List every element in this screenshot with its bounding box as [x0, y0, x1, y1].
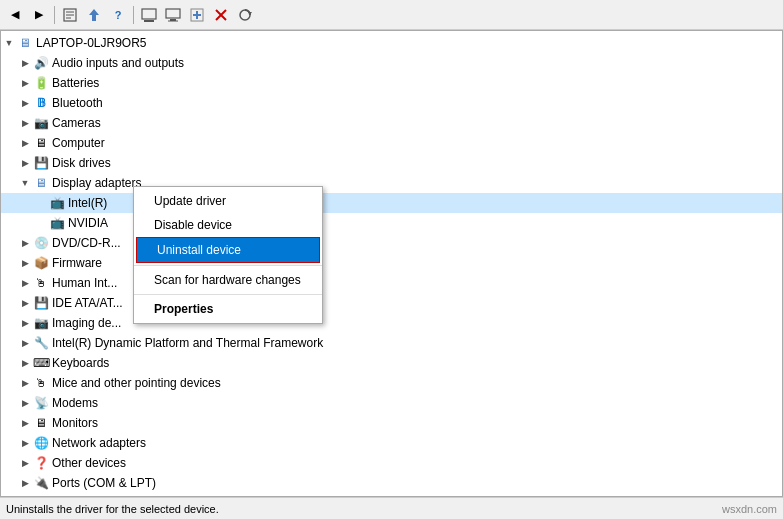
status-message: Uninstalls the driver for the selected d…	[6, 503, 219, 515]
tree-label-nvidia: NVIDIA	[68, 216, 108, 230]
scan-button[interactable]	[234, 4, 256, 26]
menu-separator-1	[134, 265, 322, 266]
expand-bluetooth[interactable]: ▶	[17, 95, 33, 111]
tree-item-root[interactable]: ▼ 🖥 LAPTOP-0LJR9OR5	[1, 33, 782, 53]
back-button[interactable]: ◀	[4, 4, 26, 26]
tree-item-other[interactable]: ▶ ❓ Other devices	[1, 453, 782, 473]
tree-label-cameras: Cameras	[52, 116, 101, 130]
tree-item-disk[interactable]: ▶ 💾 Disk drives	[1, 153, 782, 173]
expand-computer[interactable]: ▶	[17, 135, 33, 151]
update-driver-icon	[86, 7, 102, 23]
expand-ports[interactable]: ▶	[17, 475, 33, 491]
add-driver-button[interactable]	[186, 4, 208, 26]
menu-properties[interactable]: Properties	[134, 297, 322, 321]
expand-keyboards[interactable]: ▶	[17, 355, 33, 371]
tree-item-print[interactable]: ▶ 🖨 Print queues	[1, 493, 782, 496]
expand-audio[interactable]: ▶	[17, 55, 33, 71]
computer-device-icon: 🖥	[33, 135, 49, 151]
update-driver-button[interactable]	[83, 4, 105, 26]
expand-modems[interactable]: ▶	[17, 395, 33, 411]
watermark: wsxdn.com	[722, 503, 777, 515]
tree-item-modems[interactable]: ▶ 📡 Modems	[1, 393, 782, 413]
tree-item-network[interactable]: ▶ 🌐 Network adapters	[1, 433, 782, 453]
tree-item-ports[interactable]: ▶ 🔌 Ports (COM & LPT)	[1, 473, 782, 493]
tree-label-human: Human Int...	[52, 276, 117, 290]
intel-platform-icon: 🔧	[33, 335, 49, 351]
tree-label-batteries: Batteries	[52, 76, 99, 90]
tree-label-modems: Modems	[52, 396, 98, 410]
tree-item-intel[interactable]: ▶ 📺 Intel(R)	[1, 193, 782, 213]
main-panel: ▼ 🖥 LAPTOP-0LJR9OR5 ▶ 🔊 Audio inputs and…	[0, 30, 783, 497]
computer-icon: 🖥	[17, 35, 33, 51]
view-button[interactable]	[138, 4, 160, 26]
help-button[interactable]: ?	[107, 4, 129, 26]
expand-root[interactable]: ▼	[1, 35, 17, 51]
context-menu: Update driver Disable device Uninstall d…	[133, 186, 323, 324]
print-icon: 🖨	[33, 495, 49, 496]
forward-button[interactable]: ▶	[28, 4, 50, 26]
toolbar: ◀ ▶ ?	[0, 0, 783, 30]
tree-label-intel: Intel(R)	[68, 196, 107, 210]
tree-item-mice[interactable]: ▶ 🖱 Mice and other pointing devices	[1, 373, 782, 393]
imaging-icon: 📷	[33, 315, 49, 331]
menu-scan-hardware[interactable]: Scan for hardware changes	[134, 268, 322, 292]
expand-human[interactable]: ▶	[17, 275, 33, 291]
tree-item-nvidia[interactable]: ▶ 📺 NVIDIA	[1, 213, 782, 233]
expand-intel-platform[interactable]: ▶	[17, 335, 33, 351]
mice-icon: 🖱	[33, 375, 49, 391]
menu-update-driver[interactable]: Update driver	[134, 189, 322, 213]
tree-label-firmware: Firmware	[52, 256, 102, 270]
tree-item-batteries[interactable]: ▶ 🔋 Batteries	[1, 73, 782, 93]
nvidia-icon: 📺	[49, 215, 65, 231]
device-tree[interactable]: ▼ 🖥 LAPTOP-0LJR9OR5 ▶ 🔊 Audio inputs and…	[1, 31, 782, 496]
tree-item-cameras[interactable]: ▶ 📷 Cameras	[1, 113, 782, 133]
tree-label-imaging: Imaging de...	[52, 316, 121, 330]
expand-cameras[interactable]: ▶	[17, 115, 33, 131]
menu-disable-device[interactable]: Disable device	[134, 213, 322, 237]
svg-marker-4	[89, 9, 99, 21]
bluetooth-icon: 𝔹	[33, 95, 49, 111]
tree-item-imaging[interactable]: ▶ 📷 Imaging de...	[1, 313, 782, 333]
tree-label-disk: Disk drives	[52, 156, 111, 170]
toolbar-separator-2	[133, 6, 134, 24]
expand-mice[interactable]: ▶	[17, 375, 33, 391]
tree-item-intel-platform[interactable]: ▶ 🔧 Intel(R) Dynamic Platform and Therma…	[1, 333, 782, 353]
expand-network[interactable]: ▶	[17, 435, 33, 451]
computer-button[interactable]	[162, 4, 184, 26]
human-icon: 🖱	[33, 275, 49, 291]
expand-batteries[interactable]: ▶	[17, 75, 33, 91]
tree-item-bluetooth[interactable]: ▶ 𝔹 Bluetooth	[1, 93, 782, 113]
expand-ide[interactable]: ▶	[17, 295, 33, 311]
tree-item-computer[interactable]: ▶ 🖥 Computer	[1, 133, 782, 153]
ide-icon: 💾	[33, 295, 49, 311]
svg-rect-6	[144, 20, 154, 22]
expand-display[interactable]: ▼	[17, 175, 33, 191]
tree-item-firmware[interactable]: ▶ 📦 Firmware	[1, 253, 782, 273]
svg-marker-16	[248, 12, 252, 15]
properties-button[interactable]	[59, 4, 81, 26]
remove-icon	[213, 7, 229, 23]
tree-item-audio[interactable]: ▶ 🔊 Audio inputs and outputs	[1, 53, 782, 73]
properties-icon	[62, 7, 78, 23]
expand-dvd[interactable]: ▶	[17, 235, 33, 251]
tree-item-ide[interactable]: ▶ 💾 IDE ATA/AT...	[1, 293, 782, 313]
remove-button[interactable]	[210, 4, 232, 26]
tree-item-display[interactable]: ▼ 🖥 Display adapters	[1, 173, 782, 193]
dvd-icon: 💿	[33, 235, 49, 251]
tree-item-dvd[interactable]: ▶ 💿 DVD/CD-R...	[1, 233, 782, 253]
expand-monitors[interactable]: ▶	[17, 415, 33, 431]
tree-item-monitors[interactable]: ▶ 🖥 Monitors	[1, 413, 782, 433]
cameras-icon: 📷	[33, 115, 49, 131]
svg-rect-5	[142, 9, 156, 19]
tree-item-keyboards[interactable]: ▶ ⌨ Keyboards	[1, 353, 782, 373]
tree-label-mice: Mice and other pointing devices	[52, 376, 221, 390]
scan-icon	[237, 7, 253, 23]
tree-label-display: Display adapters	[52, 176, 141, 190]
menu-uninstall-device[interactable]: Uninstall device	[136, 237, 320, 263]
expand-firmware[interactable]: ▶	[17, 255, 33, 271]
expand-imaging[interactable]: ▶	[17, 315, 33, 331]
tree-item-human[interactable]: ▶ 🖱 Human Int...	[1, 273, 782, 293]
expand-disk[interactable]: ▶	[17, 155, 33, 171]
expand-print[interactable]: ▶	[17, 495, 33, 496]
expand-other[interactable]: ▶	[17, 455, 33, 471]
